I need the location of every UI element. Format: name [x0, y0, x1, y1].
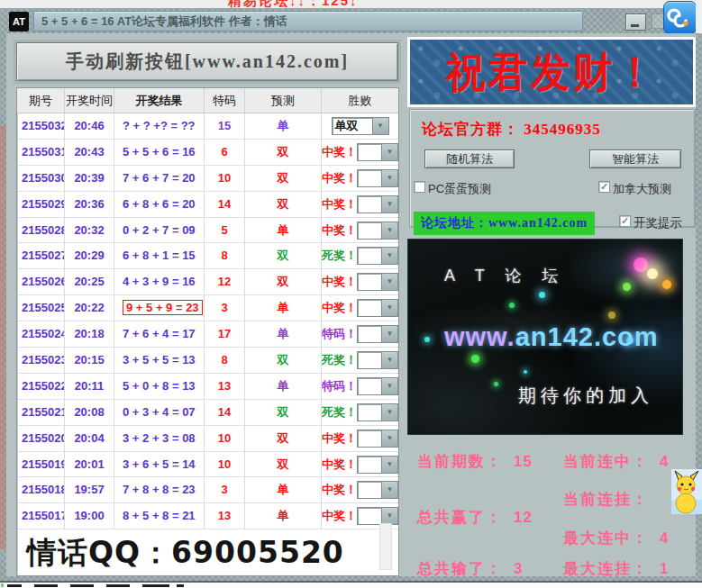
outcome-dropdown[interactable]: ▼: [357, 481, 398, 499]
chevron-down-icon[interactable]: ▼: [372, 118, 388, 134]
outcome-dropdown[interactable]: ▼: [357, 507, 398, 525]
cell-special-code: 17: [205, 321, 245, 347]
cell-outcome: 中奖！ ▼: [322, 295, 398, 321]
outcome-dropdown[interactable]: ▼: [357, 325, 398, 343]
pc-dandan-checkbox[interactable]: [414, 181, 425, 193]
table-row[interactable]: 2155026 20:25 4 + 3 + 9 = 16 12 双 中奖！ ▼: [17, 269, 398, 295]
outcome-dropdown[interactable]: ▼: [357, 273, 398, 291]
smart-algorithm-button[interactable]: 智能算法: [589, 149, 681, 168]
table-row[interactable]: 2155024 20:18 7 + 6 + 4 = 17 17 单 特码！ ▼: [17, 321, 398, 348]
cell-time: 20:43: [65, 140, 114, 165]
cell-result: 3 + 2 + 3 = 08: [114, 426, 205, 451]
cell-outcome: 中奖！ ▼: [322, 140, 398, 165]
taskbar-sliver: [0, 583, 702, 588]
taskbar-mark: [34, 584, 58, 587]
table-row[interactable]: 2155025 20:22 9 + 5 + 9 = 23 3 单 中奖！ ▼: [17, 295, 398, 321]
cell-period: 2155023: [17, 348, 65, 373]
canada-checkbox[interactable]: ✓: [598, 181, 610, 193]
cell-prediction: 双: [245, 452, 322, 477]
dropdown-value: [358, 170, 381, 186]
table-row[interactable]: 2155029 20:36 6 + 8 + 6 = 20 14 双 中奖！ ▼: [17, 192, 398, 218]
table-row[interactable]: 2155027 20:29 6 + 8 + 1 = 15 8 双 死奖！ ▼: [17, 243, 398, 269]
chevron-down-icon[interactable]: ▼: [381, 144, 397, 160]
cell-special-code: 10: [205, 452, 245, 477]
table-row[interactable]: 2155017 19:00 8 + 5 + 8 = 21 13 单 中奖！ ▼: [17, 503, 398, 529]
outcome-dropdown[interactable]: ▼: [357, 403, 398, 421]
table-row[interactable]: 2155023 20:15 3 + 5 + 5 = 13 8 双 死奖！ ▼: [17, 348, 398, 374]
chevron-down-icon[interactable]: ▼: [381, 326, 397, 342]
chevron-down-icon[interactable]: ▼: [381, 482, 397, 498]
promo-image: A T 论 坛 www.an142.com 期待你的加入: [407, 239, 683, 435]
outcome-dropdown[interactable]: ▼: [357, 377, 398, 395]
table-row[interactable]: 2155021 20:08 0 + 3 + 4 = 07 14 双 死奖！ ▼: [17, 400, 398, 426]
chevron-down-icon[interactable]: ▼: [381, 300, 397, 316]
minimize-button[interactable]: [625, 14, 646, 31]
stat-max-lose-streak: 最大连挂：1: [563, 558, 669, 579]
cell-time: 20:18: [65, 321, 114, 347]
dropdown-value: 单双: [333, 118, 372, 134]
table-row[interactable]: 2155030 20:39 7 + 6 + 7 = 20 10 双 中奖！ ▼: [17, 166, 398, 192]
cell-outcome: 中奖！ ▼: [322, 426, 398, 451]
table-row[interactable]: 2155028 20:32 0 + 2 + 7 = 09 5 单 中奖！ ▼: [17, 218, 398, 244]
cell-outcome: 中奖！ ▼: [322, 192, 398, 217]
draw-notice-checkbox[interactable]: ✓: [619, 215, 631, 227]
cell-time: 20:36: [65, 192, 114, 217]
window-title: 5 + 5 + 6 = 16 AT论坛专属福利软件 作者：情话: [33, 11, 583, 32]
table-row[interactable]: 2155019 20:01 3 + 6 + 5 = 14 10 双 中奖！ ▼: [17, 452, 398, 478]
random-algorithm-button[interactable]: 随机算法: [424, 149, 515, 168]
chevron-down-icon[interactable]: ▼: [381, 508, 397, 524]
table-row[interactable]: 2155022 20:11 5 + 0 + 8 = 13 13 单 特码！ ▼: [17, 374, 398, 400]
chevron-down-icon[interactable]: ▼: [381, 352, 397, 368]
chevron-down-icon[interactable]: ▼: [381, 170, 397, 186]
chevron-down-icon[interactable]: ▼: [381, 457, 397, 473]
chevron-down-icon[interactable]: ▼: [381, 404, 397, 421]
frame-left-tint: [0, 126, 6, 549]
cell-period: 2155029: [17, 192, 65, 217]
outcome-dropdown[interactable]: 单双 ▼: [332, 117, 389, 135]
table-row[interactable]: 2155018 19:57 7 + 8 + 8 = 23 3 单 中奖！ ▼: [17, 477, 398, 503]
dropdown-value: [358, 430, 381, 447]
forum-address-banner[interactable]: 论坛地址：www.an142.com: [414, 212, 595, 235]
chevron-down-icon[interactable]: ▼: [381, 274, 397, 290]
cell-period: 2155026: [17, 269, 65, 294]
chevron-down-icon[interactable]: ▼: [381, 430, 397, 447]
bokeh-dot: [623, 283, 631, 291]
outcome-dropdown[interactable]: ▼: [357, 430, 398, 448]
cell-special-code: 13: [205, 503, 245, 529]
manual-refresh-button[interactable]: 手动刷新按钮[www.an142.com]: [16, 42, 398, 81]
chevron-down-icon[interactable]: ▼: [381, 378, 397, 394]
cell-time: 20:01: [65, 452, 114, 477]
outcome-dropdown[interactable]: ▼: [357, 195, 398, 213]
outcome-dropdown[interactable]: ▼: [357, 456, 398, 474]
table-row[interactable]: 2155032 20:46 ? + ? +? = ?? 15 单 单双 ▼: [17, 113, 398, 140]
pikachu-mascot-image: [671, 469, 702, 514]
table-row[interactable]: 2155031 20:43 5 + 5 + 6 = 16 6 双 中奖！ ▼: [17, 140, 398, 166]
cell-time: 20:22: [65, 295, 114, 321]
stat-current-lose-streak: 当前连挂：0: [563, 489, 688, 510]
table-row[interactable]: 2155020 20:04 3 + 2 + 3 = 08 10 双 中奖！ ▼: [17, 426, 398, 452]
cell-outcome: 死奖！ ▼: [322, 400, 398, 425]
outcome-dropdown[interactable]: ▼: [357, 351, 398, 369]
chevron-down-icon[interactable]: ▼: [381, 248, 397, 264]
fortune-banner: 祝君发财！: [407, 37, 696, 107]
outcome-dropdown[interactable]: ▼: [357, 299, 398, 317]
outcome-label: 中奖！: [322, 269, 357, 294]
chevron-down-icon[interactable]: ▼: [381, 222, 397, 239]
chevron-down-icon[interactable]: ▼: [381, 196, 397, 213]
outcome-dropdown[interactable]: ▼: [357, 143, 398, 161]
overlay-tool-icon[interactable]: [663, 1, 697, 34]
outcome-dropdown[interactable]: ▼: [357, 222, 398, 240]
results-table: 期号开奖时间开奖结果特码预测胜败 2155032 20:46 ? + ? +? …: [16, 87, 399, 576]
outcome-dropdown[interactable]: ▼: [357, 169, 398, 187]
bokeh-dot: [471, 355, 479, 363]
bokeh-dot: [524, 370, 527, 374]
qq-contact-text: 情话QQ：69005520: [27, 533, 344, 574]
outcome-dropdown[interactable]: ▼: [357, 247, 398, 265]
cell-time: 19:57: [65, 477, 114, 502]
cell-time: 20:15: [65, 348, 114, 373]
header-cell: 开奖时间: [65, 88, 114, 113]
scrollbar-nub[interactable]: [379, 523, 392, 570]
header-cell: 期号: [17, 88, 65, 113]
stat-total-lost: 总共输了：3: [417, 558, 523, 579]
cell-time: 20:08: [65, 400, 114, 425]
